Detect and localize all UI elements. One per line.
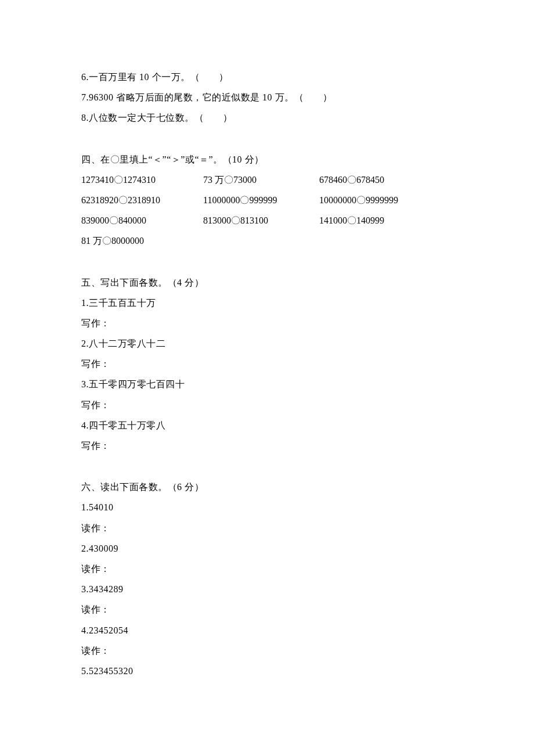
section4-title: 四、在〇里填上“＜”“＞”或“＝”。（10 分）: [81, 149, 453, 170]
section5-q1: 1.三千五百五十万: [81, 293, 453, 313]
section6-q4-label: 读作：: [81, 640, 453, 661]
comparison-row-3: 839000〇840000 813000〇813100 141000〇14099…: [81, 210, 453, 231]
comp-cell: 10000000〇9999999: [319, 190, 441, 210]
section5-q1-label: 写作：: [81, 313, 453, 333]
comparison-row-4: 81 万〇8000000: [81, 231, 453, 251]
section6-q2-label: 读作：: [81, 559, 453, 579]
judge-q7: 7.96300 省略万后面的尾数，它的近似数是 10 万。（ ）: [81, 87, 453, 107]
comp-cell: 11000000〇999999: [203, 190, 319, 210]
section6-q3: 3.3434289: [81, 579, 453, 599]
comp-cell: 839000〇840000: [81, 210, 203, 231]
section5-q3: 3.五千零四万零七百四十: [81, 374, 453, 394]
section6-q1: 1.54010: [81, 497, 453, 517]
comp-cell: 1273410〇1274310: [81, 170, 203, 190]
section5-q3-label: 写作：: [81, 395, 453, 415]
section5-q4-label: 写作：: [81, 435, 453, 456]
comp-cell: 813000〇813100: [203, 210, 319, 231]
judge-q8: 8.八位数一定大于七位数。（ ）: [81, 107, 453, 128]
section6-q1-label: 读作：: [81, 518, 453, 538]
comp-cell: 73 万〇73000: [203, 170, 319, 190]
section5-q2: 2.八十二万零八十二: [81, 333, 453, 354]
comparison-row-1: 1273410〇1274310 73 万〇73000 678460〇678450: [81, 170, 453, 190]
comp-cell: 81 万〇8000000: [81, 231, 203, 251]
judge-q6: 6.一百万里有 10 个一万。（ ）: [81, 67, 453, 87]
comp-cell: 141000〇140999: [319, 210, 441, 231]
section6-q2: 2.430009: [81, 538, 453, 559]
comparison-row-2: 62318920〇2318910 11000000〇999999 1000000…: [81, 190, 453, 210]
comp-cell: 678460〇678450: [319, 170, 441, 190]
section6-q4: 4.23452054: [81, 620, 453, 640]
section5-q4: 4.四千零五十万零八: [81, 415, 453, 435]
section6-title: 六、读出下面各数。（6 分）: [81, 477, 453, 497]
comp-cell: 62318920〇2318910: [81, 190, 203, 210]
section5-q2-label: 写作：: [81, 354, 453, 374]
section5-title: 五、写出下面各数。（4 分）: [81, 272, 453, 293]
section6-q5: 5.523455320: [81, 661, 453, 681]
section6-q3-label: 读作：: [81, 599, 453, 620]
